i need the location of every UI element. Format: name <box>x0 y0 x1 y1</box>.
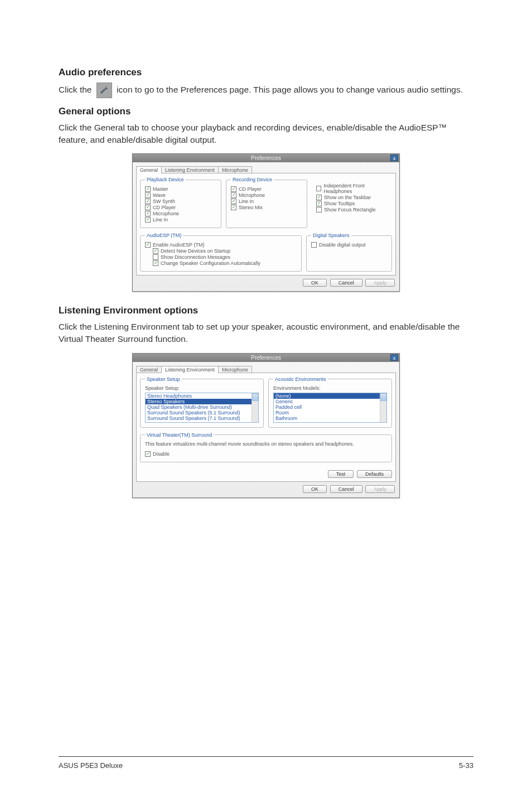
close-icon[interactable]: x <box>390 154 398 161</box>
chk-cdplayer[interactable]: ✓CD Player <box>145 205 216 210</box>
chk-show-tooltips[interactable]: ✓Show Tooltips <box>316 201 388 206</box>
heading-listening-env: Listening Environment options <box>59 305 473 316</box>
list-item[interactable]: Room <box>274 410 386 416</box>
lbl-rec-mic: Microphone <box>239 192 265 198</box>
chk-linein[interactable]: ✓Line In <box>145 217 216 223</box>
lbl-enable-esp: Enable AudioESP (TM) <box>153 242 204 248</box>
dialog-title: Preferences <box>251 155 281 161</box>
tab-listening-2[interactable]: Listening Environment <box>161 366 219 373</box>
lbl-indep: Independent Front Headphones <box>323 183 388 194</box>
list-item[interactable]: Surround Sound Speakers (5.1 Surround) <box>146 410 258 416</box>
lbl-change-sp: Change Speaker Configuration Automatical… <box>161 260 260 266</box>
acoustic-list[interactable]: (None) Generic Padded cell Room Bathroom <box>273 393 387 423</box>
legend-playback: Playback Device <box>145 177 186 182</box>
chk-rec-microphone[interactable]: ✓Microphone <box>231 192 302 198</box>
cancel-button-2[interactable]: Cancel <box>330 485 362 493</box>
tab-body-general: Playback Device ✓Master ✓Wave ✓SW Synth … <box>136 173 396 276</box>
lbl-disconnect: Show Disconnection Messages <box>161 254 230 260</box>
preferences-dialog-general: Preferences x General Listening Environm… <box>132 153 400 292</box>
list-item[interactable]: (None) <box>274 393 386 399</box>
group-playback: Playback Device ✓Master ✓Wave ✓SW Synth … <box>140 177 221 228</box>
legend-acoustic: Acoustic Environments <box>273 376 328 382</box>
group-digital: Digital Speakers Disable digital output <box>306 233 392 272</box>
heading-audio-preferences: Audio preferences <box>59 67 473 78</box>
wrench-icon <box>96 83 112 98</box>
chk-show-focus[interactable]: Show Focus Rectangle <box>316 207 388 212</box>
legend-digital: Digital Speakers <box>311 233 351 238</box>
scroll-thumb[interactable] <box>252 393 258 401</box>
scrollbar[interactable] <box>252 393 258 422</box>
chk-rec-linein[interactable]: ✓Line In <box>231 199 302 204</box>
group-recording: Recording Device ✓CD Player ✓Microphone … <box>226 177 307 228</box>
audio-pref-text-before: Click the <box>59 85 94 94</box>
defaults-button[interactable]: Defaults <box>357 470 392 478</box>
list-item[interactable]: Stereo Headphones <box>146 393 258 399</box>
chk-detect-new[interactable]: ✓Detect New Devices on Startup <box>153 248 297 254</box>
list-item[interactable]: Surround Sound Speakers (7.1 Surround) <box>146 416 258 421</box>
list-item[interactable]: Bathroom <box>274 416 386 421</box>
chk-disable-digital[interactable]: Disable digital output <box>311 242 387 248</box>
lbl-wave: Wave <box>153 192 166 198</box>
dialog-title-2: Preferences <box>251 355 281 361</box>
apply-button[interactable]: Apply <box>365 279 395 287</box>
chk-swsynth[interactable]: ✓SW Synth <box>145 199 216 204</box>
list-item[interactable]: Stereo Speakers <box>146 399 258 404</box>
chk-indep-front[interactable]: Independent Front Headphones <box>316 183 388 194</box>
lbl-microphone: Microphone <box>153 211 179 216</box>
chk-rec-cdplayer[interactable]: ✓CD Player <box>231 186 302 192</box>
group-vts: Virtual Theater(TM) Surround This featur… <box>140 432 392 462</box>
group-speaker-setup: Speaker Setup Speaker Setup: Stereo Head… <box>140 376 264 428</box>
lbl-rec-cd: CD Player <box>239 186 262 192</box>
legend-recording: Recording Device <box>231 177 274 182</box>
lbl-taskbar: Show on the Taskbar <box>324 195 371 200</box>
test-button[interactable]: Test <box>328 470 354 478</box>
tab-general[interactable]: General <box>136 166 162 173</box>
lbl-linein: Line In <box>153 217 168 223</box>
lbl-tooltips: Show Tooltips <box>324 201 355 206</box>
lbl-swsynth: SW Synth <box>153 199 175 204</box>
scrollbar-2[interactable] <box>380 393 386 422</box>
footer-left: ASUS P5E3 Deluxe <box>59 761 123 770</box>
chk-microphone[interactable]: ✓Microphone <box>145 211 216 216</box>
tab-body-listening: Speaker Setup Speaker Setup: Stereo Head… <box>136 373 396 482</box>
chk-vts-disable[interactable]: ✓Disable <box>145 451 387 457</box>
tab-strip: General Listening Environment Microphone <box>136 166 396 173</box>
audio-pref-text-after: icon to go to the Preferences page. This… <box>117 85 463 94</box>
legend-audioesp: AudioESP (TM) <box>145 233 183 238</box>
group-settings: Independent Front Headphones ✓Show on th… <box>312 177 392 228</box>
apply-button-2[interactable]: Apply <box>365 485 395 493</box>
listening-body: Click the Listening Environment tab to s… <box>59 321 473 345</box>
chk-enable-audioesp[interactable]: ✓Enable AudioESP (TM) <box>145 242 297 248</box>
ok-button[interactable]: OK <box>303 279 327 287</box>
list-item[interactable]: Padded cell <box>274 404 386 410</box>
chk-show-taskbar[interactable]: ✓Show on the Taskbar <box>316 195 388 200</box>
speaker-setup-list[interactable]: Stereo Headphones Stereo Speakers Quad S… <box>145 393 259 423</box>
close-icon-2[interactable]: x <box>390 354 398 361</box>
chk-show-disconnect[interactable]: Show Disconnection Messages <box>153 254 297 260</box>
tab-strip-2: General Listening Environment Microphone <box>136 365 396 373</box>
legend-vts: Virtual Theater(TM) Surround <box>145 432 214 438</box>
audio-pref-paragraph: Click the icon to go to the Preferences … <box>59 83 473 98</box>
list-item[interactable]: Quad Speakers (Multi-drive Surround) <box>146 404 258 410</box>
list-item[interactable]: Generic <box>274 399 386 404</box>
cancel-button[interactable]: Cancel <box>330 279 362 287</box>
chk-rec-stereo[interactable]: ✓Stereo Mix <box>231 205 302 210</box>
vts-description: This feature virtualizes multi-channel m… <box>145 441 387 447</box>
group-acoustic: Acoustic Environments Environment Models… <box>268 376 392 428</box>
dialog-titlebar-2: Preferences x <box>133 354 399 362</box>
scroll-thumb-2[interactable] <box>380 393 386 401</box>
label-env-models: Environment Models: <box>273 385 387 391</box>
dialog-titlebar: Preferences x <box>133 154 399 162</box>
chk-wave[interactable]: ✓Wave <box>145 192 216 198</box>
ok-button-2[interactable]: OK <box>303 485 327 493</box>
footer-right: 5-33 <box>459 761 473 770</box>
chk-change-speaker[interactable]: ✓Change Speaker Configuration Automatica… <box>153 260 297 266</box>
lbl-disable-digital: Disable digital output <box>319 242 366 248</box>
preferences-dialog-listening: Preferences x General Listening Environm… <box>132 353 400 498</box>
lbl-rec-line: Line In <box>239 199 254 204</box>
heading-general-options: General options <box>59 106 473 117</box>
group-audioesp: AudioESP (TM) ✓Enable AudioESP (TM) ✓Det… <box>140 233 302 272</box>
general-options-body: Click the General tab to choose your pla… <box>59 122 473 146</box>
lbl-cdplayer: CD Player <box>153 205 176 210</box>
chk-master[interactable]: ✓Master <box>145 186 216 192</box>
